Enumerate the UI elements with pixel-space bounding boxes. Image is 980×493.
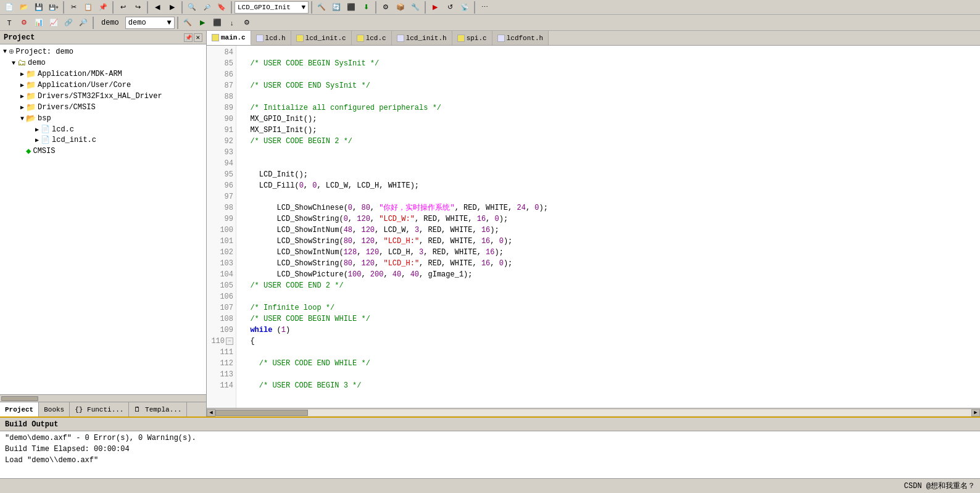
hscroll-track[interactable] <box>215 410 971 416</box>
tree-item-app-user[interactable]: ▶ 📁 Application/User/Core <box>1 80 205 91</box>
rebuild-btn[interactable]: 🔄 <box>330 1 343 14</box>
download-btn[interactable]: ⬇ <box>359 1 373 14</box>
coverage-btn[interactable]: 📈 <box>47 16 60 30</box>
isp-btn[interactable]: 📡 <box>458 1 471 14</box>
more-btn[interactable]: ⋯ <box>478 1 491 14</box>
tree-item-cmsis[interactable]: ◆ CMSIS <box>1 145 205 157</box>
hscroll-right-btn[interactable]: ▶ <box>971 409 980 416</box>
tree-item-drivers-hal[interactable]: ▶ 📁 Drivers/STM32F1xx_HAL_Driver <box>1 91 205 102</box>
tree-toggle-collapsed[interactable]: ▶ <box>19 70 26 78</box>
sidebar-hscroll[interactable] <box>0 394 206 402</box>
tab-lcdfont-h[interactable]: lcdfont.h <box>492 31 549 45</box>
code-line-107: /* Infinite loop */ <box>241 302 975 313</box>
project-combo[interactable]: demo ▼ <box>125 17 175 29</box>
target-options-btn[interactable]: ⚙ <box>379 1 392 14</box>
tree-toggle-expanded[interactable]: ▼ <box>19 115 26 122</box>
sidebar-pin-btn[interactable]: 📌 <box>184 33 193 42</box>
redo-btn[interactable]: ↪ <box>131 1 144 14</box>
tree-item-lcd-c[interactable]: ▶ 📄 lcd.c <box>1 124 205 135</box>
tree-toggle-collapsed[interactable]: ▶ <box>19 104 26 111</box>
folder-open-icon: 📂 <box>26 114 36 123</box>
reset-btn[interactable]: ↺ <box>443 1 457 14</box>
tree-item-app-mdk[interactable]: ▶ 📁 Application/MDK-ARM <box>1 68 205 80</box>
ln-114: 114 <box>209 380 233 391</box>
build-line-2: Build Time Elapsed: 00:00:04 <box>5 444 975 455</box>
tree-item-bsp[interactable]: ▼ 📂 bsp <box>1 113 205 124</box>
sidebar-content: ▼ ⊕ Project: demo ▼ 🗂 demo ▶ 📁 Applicati… <box>0 44 206 394</box>
open-btn[interactable]: 📂 <box>17 1 31 14</box>
save-all-btn[interactable]: 💾+ <box>47 1 60 14</box>
find-btn[interactable]: 🔍 <box>185 1 199 14</box>
nav-back-btn[interactable]: ◀ <box>151 1 164 14</box>
code-line-87: /* USER CODE END SysInit */ <box>241 80 975 91</box>
code-line-91: MX_SPI1_Init(); <box>241 125 975 136</box>
hscroll-left-btn[interactable]: ◀ <box>207 409 215 416</box>
tree-item-lcd-init-c[interactable]: ▶ 📄 lcd_init.c <box>1 135 205 145</box>
translate-btn[interactable]: T <box>2 16 16 30</box>
sidebar-tab-functi[interactable]: {} Functi... <box>70 402 129 416</box>
logic-btn[interactable]: 🔗 <box>62 16 75 30</box>
stop2-btn[interactable]: ⬛ <box>210 16 224 30</box>
tab-label: lcd_init.h <box>406 35 447 42</box>
code-line-109: while (1) <box>241 325 975 336</box>
settings3-btn[interactable]: ⚙ <box>240 16 254 30</box>
stop-build-btn[interactable]: ⬛ <box>344 1 358 14</box>
debug-btn[interactable]: ▶ <box>428 1 442 14</box>
hscroll-thumb[interactable] <box>215 410 308 416</box>
sidebar-tab-books[interactable]: Books <box>39 402 70 416</box>
copy-btn[interactable]: 📋 <box>81 1 95 14</box>
new-btn[interactable]: 📄 <box>2 1 16 14</box>
build-btn[interactable]: 🔨 <box>315 1 328 14</box>
folder-target-icon: 🗂 <box>17 58 26 68</box>
trace-btn[interactable]: 📊 <box>32 16 46 30</box>
tab-main-c[interactable]: main.c <box>207 31 251 45</box>
tab-lcd-h[interactable]: lcd.h <box>251 31 291 45</box>
cut-btn[interactable]: ✂ <box>67 1 80 14</box>
build-line-3: Load "demo\\demo.axf" <box>5 455 975 466</box>
tab-spi-c[interactable]: spi.c <box>452 31 492 45</box>
sidebar-close-btn[interactable]: ✕ <box>194 33 202 42</box>
build-line-1: "demo\demo.axf" - 0 Error(s), 0 Warning(… <box>5 433 975 444</box>
tree-toggle-collapsed[interactable]: ▶ <box>19 93 26 100</box>
tree-item-project[interactable]: ▼ ⊕ Project: demo <box>1 46 205 57</box>
run-btn[interactable]: ▶ <box>196 16 209 30</box>
debug2-btn[interactable]: ⚙ <box>17 16 31 30</box>
project-name-display: demo <box>96 19 124 27</box>
manage-btn[interactable]: 📦 <box>394 1 407 14</box>
tab-lcd-c[interactable]: lcd.c <box>352 31 392 45</box>
tree-item-demo[interactable]: ▼ 🗂 demo <box>1 57 205 68</box>
tree-toggle[interactable]: ▼ <box>10 60 17 67</box>
status-credit: CSDN @想和我重名？ <box>904 481 975 491</box>
tree-item-label: Application/User/Core <box>38 81 131 89</box>
save-btn[interactable]: 💾 <box>32 1 46 14</box>
sidebar-tab-templa[interactable]: 🗒 Templa... <box>129 402 187 416</box>
build3-btn[interactable]: 🔨 <box>181 16 194 30</box>
tree-item-drivers-cmsis[interactable]: ▶ 📁 Drivers/CMSIS <box>1 102 205 113</box>
hscroll-thumb[interactable] <box>1 396 38 401</box>
incr-find-btn[interactable]: 🔎 <box>200 1 214 14</box>
undo-btn[interactable]: ↩ <box>116 1 130 14</box>
inspect-btn[interactable]: 🔎 <box>77 16 90 30</box>
diamond-icon: ◆ <box>26 146 31 156</box>
nav-fwd-btn[interactable]: ▶ <box>165 1 179 14</box>
ln-98: 98 <box>209 202 233 213</box>
paste-btn[interactable]: 📌 <box>96 1 110 14</box>
tab-file-icon <box>457 35 465 42</box>
tab-lcd-init-c[interactable]: lcd_init.c <box>291 31 352 45</box>
code-line-98: LCD_ShowChinese(0, 80, "你好，实时操作系统", RED,… <box>241 202 975 213</box>
tree-toggle-collapsed[interactable]: ▶ <box>19 81 26 89</box>
step-btn[interactable]: ↓ <box>225 16 239 30</box>
tree-toggle-collapsed[interactable]: ▶ <box>33 136 41 144</box>
config-btn[interactable]: 🔧 <box>409 1 422 14</box>
code-lines[interactable]: /* USER CODE BEGIN SysInit */ /* USER CO… <box>236 46 980 408</box>
fold-icon-110[interactable]: − <box>226 338 233 345</box>
code-line-104: LCD_ShowPicture(100, 200, 40, 40, gImage… <box>241 269 975 280</box>
tab-lcd-init-h[interactable]: lcd_init.h <box>392 31 452 45</box>
sep11 <box>177 17 178 29</box>
bookmark-btn[interactable]: 🔖 <box>215 1 228 14</box>
tree-toggle-collapsed[interactable]: ▶ <box>33 126 41 133</box>
tree-toggle[interactable]: ▼ <box>1 48 9 55</box>
code-hscroll[interactable]: ◀ ▶ <box>207 408 980 416</box>
target-combo[interactable]: LCD_GPIO_Init ▼ <box>235 1 309 14</box>
sidebar-tab-project[interactable]: Project <box>0 402 39 416</box>
